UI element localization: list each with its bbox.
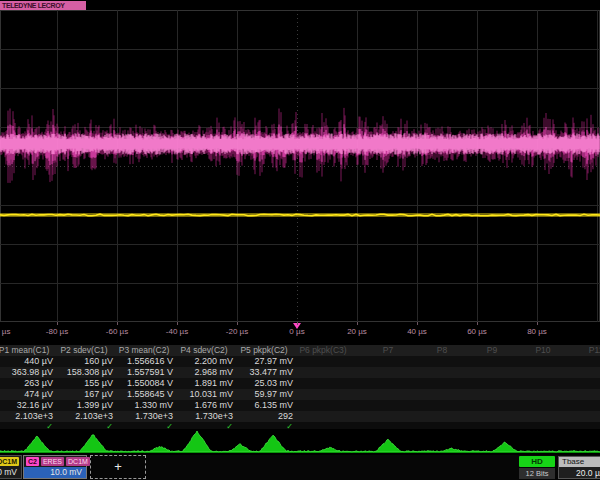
measure-value[interactable]: 32.16 µV [0,400,53,411]
c2-channel-badge: C2 [26,457,39,466]
measure-value[interactable]: 155 µV [55,378,113,389]
measure-value[interactable]: 474 µV [0,389,53,400]
measure-value[interactable]: 1.676 mV [175,400,233,411]
measure-value[interactable]: 27.97 mV [235,356,293,367]
measure-status-check-icon: ✓ [55,423,113,430]
axis-label: -80 µs [46,327,68,336]
axis-tick [237,322,238,325]
measure-value[interactable]: 1.891 mV [175,378,233,389]
measure-status-check-icon: ✓ [115,423,173,430]
measure-column-header-disabled[interactable]: P6 pkpk(C3) [299,345,346,356]
axis-tick [297,322,298,325]
measure-column-header-disabled[interactable]: P8 [437,345,447,356]
measure-column-header-disabled[interactable]: P10 [535,345,550,356]
measure-value[interactable]: 6.135 mV [235,400,293,411]
measure-value[interactable]: 33.477 mV [235,367,293,378]
axis-label: -40 µs [166,327,188,336]
measure-value[interactable]: 292 [235,411,293,422]
axis-label: 20 µs [347,327,367,336]
axis-tick [477,322,478,325]
axis-label: 0 µs [289,327,304,336]
measure-value[interactable]: 1.399 µV [55,400,113,411]
histogram-peaks [0,431,600,452]
axis-label: 80 µs [527,327,547,336]
measure-value[interactable]: 1.730e+3 [175,411,233,422]
hd-mode-badge[interactable]: HD [519,456,555,467]
axis-label: 40 µs [407,327,427,336]
c2-scale-value: 10.0 mV [24,467,86,478]
axis-label: 60 µs [467,327,487,336]
measure-value[interactable]: 2.103e+3 [0,411,53,422]
c2-eres-flag: ERES [41,457,64,466]
measure-value[interactable]: 1.556616 V [115,356,173,367]
timebase-title: Tbase [559,457,600,467]
axis-tick [537,322,538,325]
measure-column-header-disabled[interactable]: P9 [487,345,497,356]
zoom-histogram-trace[interactable] [0,431,600,455]
measure-value[interactable]: 158.308 µV [55,367,113,378]
axis-tick [177,322,178,325]
c2-coupling-flag: DC1M [66,457,90,466]
c1-coupling-badge: DC1M [0,457,19,466]
measure-value[interactable]: 167 µV [55,389,113,400]
measure-status-check-icon: ✓ [235,423,293,430]
measurement-table: P1 mean(C1)440 µV363.98 µV263 µV474 µV32… [0,345,600,429]
axis-label: -100 µs [0,327,10,336]
axis-tick [357,322,358,325]
measure-value[interactable]: 2.200 mV [175,356,233,367]
oscilloscope-screen: TELEDYNE LECROY -100 µs-80 µs-60 µs-40 µ… [0,0,600,480]
measure-value[interactable]: 263 µV [0,378,53,389]
axis-tick [117,322,118,325]
measure-column-header-disabled[interactable]: P11 [589,345,600,356]
measure-value[interactable]: 363.98 µV [0,367,53,378]
measure-value[interactable]: 1.557591 V [115,367,173,378]
bottom-status-bar: DC1M 0 mV C2 ERES DC1M 10.0 mV + HD 12 B… [0,455,600,480]
measure-value[interactable]: 1.730e+3 [115,411,173,422]
measure-status-check-icon: ✓ [175,423,233,430]
measure-column-header-disabled[interactable]: P7 [383,345,393,356]
measure-value[interactable]: 2.103e+3 [55,411,113,422]
measure-value[interactable]: 1.330 mV [115,400,173,411]
c1-scale-value: 0 mV [0,467,21,478]
measure-column-header[interactable]: P4 sdev(C2) [175,345,233,356]
measure-value[interactable]: 1.558645 V [115,389,173,400]
add-trace-button[interactable]: + [90,455,146,479]
hd-bits-label: 12 Bits [519,468,555,479]
measure-value[interactable]: 440 µV [0,356,53,367]
timebase-descriptor[interactable]: Tbase 20.0 µs [558,456,600,479]
measure-status-check-icon: ✓ [0,423,53,430]
measure-value[interactable]: 59.97 mV [235,389,293,400]
measure-value[interactable]: 160 µV [55,356,113,367]
measure-value[interactable]: 2.968 mV [175,367,233,378]
time-axis: -100 µs-80 µs-60 µs-40 µs-20 µs0 µs20 µs… [0,322,600,343]
measure-column-header[interactable]: P2 sdev(C1) [55,345,113,356]
channel-c1-descriptor[interactable]: DC1M 0 mV [0,455,22,479]
measure-value[interactable]: 10.031 mV [175,389,233,400]
waveform-grid[interactable] [0,10,600,322]
channel-c2-descriptor[interactable]: C2 ERES DC1M 10.0 mV [23,455,87,479]
measure-column-header[interactable]: P5 pkpk(C2) [235,345,293,356]
axis-tick [417,322,418,325]
axis-label: -20 µs [226,327,248,336]
brand-watermark: TELEDYNE LECROY [0,1,86,10]
measure-column-header[interactable]: P1 mean(C1) [0,345,53,356]
axis-tick [57,322,58,325]
axis-label: -60 µs [106,327,128,336]
measure-value[interactable]: 1.550084 V [115,378,173,389]
measure-column-header[interactable]: P3 mean(C2) [115,345,173,356]
timebase-value: 20.0 µs [559,467,600,478]
measure-value[interactable]: 25.03 mV [235,378,293,389]
